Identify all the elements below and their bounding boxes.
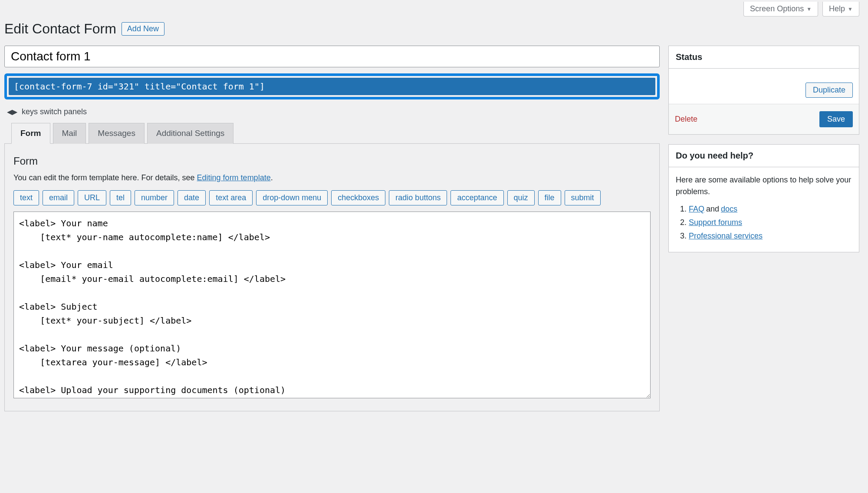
docs-link[interactable]: docs (721, 205, 737, 213)
panel-description: You can edit the form template here. For… (13, 173, 651, 182)
editing-template-link[interactable]: Editing form template (197, 173, 271, 182)
delete-link[interactable]: Delete (675, 115, 697, 124)
tag-number[interactable]: number (135, 190, 174, 205)
support-forums-link[interactable]: Support forums (689, 218, 742, 227)
tag-email[interactable]: email (43, 190, 74, 205)
page-title: Edit Contact Form (4, 21, 116, 37)
tag-checkboxes[interactable]: checkboxes (331, 190, 385, 205)
tab-messages[interactable]: Messages (89, 123, 145, 144)
tag-acceptance[interactable]: acceptance (450, 190, 503, 205)
tab-additional-settings[interactable]: Additional Settings (147, 123, 233, 144)
save-button[interactable]: Save (819, 111, 853, 127)
status-box: Status Duplicate Delete Save (668, 46, 859, 135)
tag-text-area[interactable]: text area (209, 190, 253, 205)
tag-radio-buttons[interactable]: radio buttons (389, 190, 447, 205)
form-title-input[interactable] (4, 46, 660, 67)
status-title: Status (669, 46, 859, 69)
tabs: Form Mail Messages Additional Settings (4, 122, 660, 144)
panel-heading: Form (13, 155, 651, 167)
tag-submit[interactable]: submit (565, 190, 601, 205)
keys-hint: ◀▶ keys switch panels (4, 107, 660, 116)
tab-form[interactable]: Form (11, 123, 50, 144)
keys-hint-text: keys switch panels (22, 107, 87, 116)
tag-buttons-row: text email URL tel number date text area… (13, 190, 651, 205)
help-label: Help (829, 4, 845, 13)
tag-quiz[interactable]: quiz (507, 190, 535, 205)
help-intro: Here are some available options to help … (676, 174, 852, 198)
screen-options-label: Screen Options (750, 4, 804, 13)
tag-text[interactable]: text (13, 190, 39, 205)
help-item-faq-docs: FAQanddocs (689, 205, 852, 214)
screen-options-toggle[interactable]: Screen Options ▼ (743, 2, 818, 17)
duplicate-button[interactable]: Duplicate (806, 83, 853, 98)
form-panel: Form You can edit the form template here… (4, 144, 660, 411)
tag-drop-down-menu[interactable]: drop-down menu (256, 190, 328, 205)
chevron-down-icon: ▼ (806, 6, 812, 12)
professional-services-link[interactable]: Professional services (689, 232, 763, 240)
help-toggle[interactable]: Help ▼ (822, 2, 859, 17)
tab-mail[interactable]: Mail (53, 123, 86, 144)
add-new-button[interactable]: Add New (122, 22, 164, 36)
tag-url[interactable]: URL (78, 190, 106, 205)
help-title: Do you need help? (669, 145, 859, 167)
shortcode-highlight: [contact-form-7 id="321" title="Contact … (4, 73, 660, 99)
help-item-forums: Support forums (689, 218, 852, 227)
chevron-down-icon: ▼ (848, 6, 853, 12)
help-item-pro: Professional services (689, 232, 852, 241)
shortcode-text[interactable]: [contact-form-7 id="321" title="Contact … (9, 78, 655, 95)
form-template-textarea[interactable] (13, 212, 651, 398)
arrows-icon: ◀▶ (7, 108, 17, 116)
help-box: Do you need help? Here are some availabl… (668, 144, 859, 252)
tag-tel[interactable]: tel (110, 190, 131, 205)
tag-date[interactable]: date (178, 190, 206, 205)
tag-file[interactable]: file (538, 190, 561, 205)
faq-link[interactable]: FAQ (689, 205, 704, 213)
